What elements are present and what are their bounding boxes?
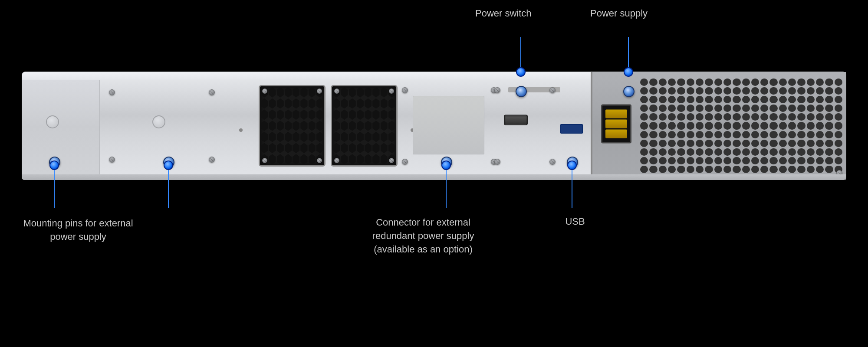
screw-sw-tl <box>494 87 500 93</box>
psu-annot-dot <box>624 67 633 77</box>
left-panel <box>22 80 100 174</box>
screw-2 <box>109 157 115 163</box>
screw-1 <box>109 89 115 95</box>
power-switch-dot <box>516 86 527 97</box>
usb-port <box>560 124 583 134</box>
rps-bay <box>413 96 484 154</box>
fan1-screw-br <box>317 158 322 163</box>
power-supply-label: Power supply <box>590 8 648 19</box>
screw-mid-bl <box>402 159 408 165</box>
screw-3 <box>209 89 215 95</box>
chassis-body <box>22 72 846 180</box>
fan-section <box>259 85 398 167</box>
circle-port-2 <box>152 115 165 128</box>
screw-mid-tl <box>402 87 408 93</box>
iec-pin-2 <box>605 119 627 128</box>
psu-dot <box>623 86 635 97</box>
usb-label: USB <box>547 216 603 227</box>
iec-pin-3 <box>605 129 627 138</box>
psu-vents <box>640 79 842 173</box>
screw-sw-tr <box>549 87 556 93</box>
fan2-screw-tr <box>389 88 394 94</box>
fan1-screw-bl <box>262 158 267 163</box>
usb-annot-dot <box>567 160 577 170</box>
fan-grille-1 <box>259 85 326 167</box>
led <box>239 128 243 132</box>
mounting-annot-dot-1 <box>49 160 59 170</box>
rps-connector-label: Connector for external redundant power s… <box>360 216 486 256</box>
diagram-scene: Power switch Power supply Mounting pins … <box>0 0 868 347</box>
mounting-pins-label: Mounting pins for external power supply <box>22 217 135 244</box>
screw-sw-bl <box>494 159 500 165</box>
mounting-annot-dot-2 <box>164 160 173 170</box>
iec-connector <box>601 105 631 144</box>
fan1-screw-tr <box>317 88 322 94</box>
fan-grille-2 <box>331 85 398 167</box>
iec-pin-1 <box>605 110 627 118</box>
power-switch-annot-dot <box>516 67 526 77</box>
circle-port-1 <box>46 115 59 128</box>
fan2-screw-bl <box>334 158 339 163</box>
power-switch-label: Power switch <box>475 8 532 19</box>
fan1-screw-tl <box>262 88 267 94</box>
psu-screw-br <box>836 170 842 176</box>
screw-4 <box>209 157 215 163</box>
power-switch <box>504 115 528 125</box>
rps-annot-dot <box>441 160 451 170</box>
fan2-screw-br <box>389 158 394 163</box>
fan2-screw-tl <box>334 88 339 94</box>
screw-sw-br <box>549 159 556 165</box>
